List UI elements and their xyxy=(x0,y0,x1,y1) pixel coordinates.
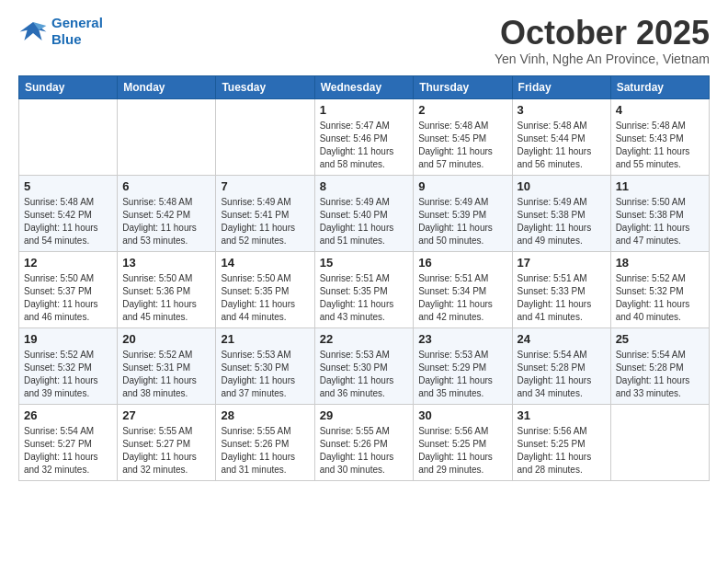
header-row: SundayMondayTuesdayWednesdayThursdayFrid… xyxy=(19,75,710,98)
day-number: 31 xyxy=(518,408,606,422)
calendar-cell: 22Sunrise: 5:53 AM Sunset: 5:30 PM Dayli… xyxy=(314,327,414,404)
calendar-cell: 20Sunrise: 5:52 AM Sunset: 5:31 PM Dayli… xyxy=(118,327,216,404)
day-info: Sunrise: 5:56 AM Sunset: 5:25 PM Dayligh… xyxy=(418,425,506,477)
calendar-cell: 2Sunrise: 5:48 AM Sunset: 5:45 PM Daylig… xyxy=(414,98,512,175)
calendar-cell: 23Sunrise: 5:53 AM Sunset: 5:29 PM Dayli… xyxy=(414,327,512,404)
calendar-cell: 15Sunrise: 5:51 AM Sunset: 5:35 PM Dayli… xyxy=(314,251,414,327)
calendar-cell: 8Sunrise: 5:49 AM Sunset: 5:40 PM Daylig… xyxy=(314,175,414,251)
calendar-cell: 3Sunrise: 5:48 AM Sunset: 5:44 PM Daylig… xyxy=(512,98,610,175)
day-number: 22 xyxy=(320,332,409,346)
calendar-cell: 7Sunrise: 5:49 AM Sunset: 5:41 PM Daylig… xyxy=(216,175,314,251)
day-info: Sunrise: 5:49 AM Sunset: 5:40 PM Dayligh… xyxy=(320,196,409,247)
day-number: 23 xyxy=(418,332,506,346)
day-info: Sunrise: 5:54 AM Sunset: 5:28 PM Dayligh… xyxy=(616,349,704,400)
calendar-cell: 14Sunrise: 5:50 AM Sunset: 5:35 PM Dayli… xyxy=(216,251,314,327)
calendar-cell: 31Sunrise: 5:56 AM Sunset: 5:25 PM Dayli… xyxy=(512,404,610,480)
day-info: Sunrise: 5:47 AM Sunset: 5:46 PM Dayligh… xyxy=(320,120,409,171)
calendar-cell: 29Sunrise: 5:55 AM Sunset: 5:26 PM Dayli… xyxy=(314,404,414,480)
week-row-1: 1Sunrise: 5:47 AM Sunset: 5:46 PM Daylig… xyxy=(19,98,710,175)
day-number: 15 xyxy=(320,256,409,270)
day-number: 11 xyxy=(616,179,704,193)
week-row-2: 5Sunrise: 5:48 AM Sunset: 5:42 PM Daylig… xyxy=(19,175,710,251)
calendar-cell: 24Sunrise: 5:54 AM Sunset: 5:28 PM Dayli… xyxy=(512,327,610,404)
day-info: Sunrise: 5:50 AM Sunset: 5:38 PM Dayligh… xyxy=(616,196,704,247)
day-info: Sunrise: 5:50 AM Sunset: 5:35 PM Dayligh… xyxy=(221,272,309,324)
calendar-cell: 5Sunrise: 5:48 AM Sunset: 5:42 PM Daylig… xyxy=(19,175,118,251)
week-row-3: 12Sunrise: 5:50 AM Sunset: 5:37 PM Dayli… xyxy=(19,251,710,327)
day-number: 24 xyxy=(518,332,606,346)
logo-text: General Blue xyxy=(51,15,103,48)
day-info: Sunrise: 5:54 AM Sunset: 5:28 PM Dayligh… xyxy=(518,349,606,400)
day-info: Sunrise: 5:48 AM Sunset: 5:44 PM Dayligh… xyxy=(518,120,606,171)
calendar-cell: 19Sunrise: 5:52 AM Sunset: 5:32 PM Dayli… xyxy=(19,327,118,404)
day-number: 13 xyxy=(122,256,210,270)
header-monday: Monday xyxy=(118,75,216,98)
day-info: Sunrise: 5:56 AM Sunset: 5:25 PM Dayligh… xyxy=(518,425,606,477)
calendar-cell: 27Sunrise: 5:55 AM Sunset: 5:27 PM Dayli… xyxy=(118,404,216,480)
week-row-4: 19Sunrise: 5:52 AM Sunset: 5:32 PM Dayli… xyxy=(19,327,710,404)
subtitle: Yen Vinh, Nghe An Province, Vietnam xyxy=(495,52,710,66)
header-thursday: Thursday xyxy=(414,75,512,98)
day-number: 19 xyxy=(24,332,112,346)
header-sunday: Sunday xyxy=(19,75,118,98)
calendar-cell: 25Sunrise: 5:54 AM Sunset: 5:28 PM Dayli… xyxy=(610,327,709,404)
day-number: 17 xyxy=(518,256,606,270)
header-friday: Friday xyxy=(512,75,610,98)
day-number: 14 xyxy=(221,256,309,270)
calendar-cell xyxy=(216,98,314,175)
calendar-cell xyxy=(610,404,709,480)
month-title: October 2025 xyxy=(495,15,710,52)
day-info: Sunrise: 5:48 AM Sunset: 5:45 PM Dayligh… xyxy=(418,120,506,171)
day-number: 7 xyxy=(221,179,309,193)
calendar-cell xyxy=(19,98,118,175)
calendar-cell: 26Sunrise: 5:54 AM Sunset: 5:27 PM Dayli… xyxy=(19,404,118,480)
day-number: 2 xyxy=(418,103,506,117)
day-info: Sunrise: 5:55 AM Sunset: 5:27 PM Dayligh… xyxy=(122,425,210,477)
day-number: 9 xyxy=(418,179,506,193)
week-row-5: 26Sunrise: 5:54 AM Sunset: 5:27 PM Dayli… xyxy=(19,404,710,480)
day-number: 10 xyxy=(518,179,606,193)
day-info: Sunrise: 5:53 AM Sunset: 5:29 PM Dayligh… xyxy=(418,349,506,400)
day-info: Sunrise: 5:50 AM Sunset: 5:37 PM Dayligh… xyxy=(24,272,112,324)
day-info: Sunrise: 5:55 AM Sunset: 5:26 PM Dayligh… xyxy=(320,425,409,477)
day-number: 21 xyxy=(221,332,309,346)
day-info: Sunrise: 5:49 AM Sunset: 5:38 PM Dayligh… xyxy=(518,196,606,247)
day-number: 3 xyxy=(518,103,606,117)
calendar-cell: 16Sunrise: 5:51 AM Sunset: 5:34 PM Dayli… xyxy=(414,251,512,327)
day-number: 30 xyxy=(418,408,506,422)
day-info: Sunrise: 5:49 AM Sunset: 5:41 PM Dayligh… xyxy=(221,196,309,247)
day-number: 12 xyxy=(24,256,112,270)
calendar-cell: 21Sunrise: 5:53 AM Sunset: 5:30 PM Dayli… xyxy=(216,327,314,404)
day-number: 16 xyxy=(418,256,506,270)
header-wednesday: Wednesday xyxy=(314,75,414,98)
day-info: Sunrise: 5:53 AM Sunset: 5:30 PM Dayligh… xyxy=(320,349,409,400)
day-info: Sunrise: 5:49 AM Sunset: 5:39 PM Dayligh… xyxy=(418,196,506,247)
calendar-cell: 30Sunrise: 5:56 AM Sunset: 5:25 PM Dayli… xyxy=(414,404,512,480)
day-info: Sunrise: 5:51 AM Sunset: 5:35 PM Dayligh… xyxy=(320,272,409,324)
day-number: 6 xyxy=(122,179,210,193)
day-info: Sunrise: 5:52 AM Sunset: 5:32 PM Dayligh… xyxy=(616,272,704,324)
day-info: Sunrise: 5:54 AM Sunset: 5:27 PM Dayligh… xyxy=(24,425,112,477)
day-info: Sunrise: 5:48 AM Sunset: 5:42 PM Dayligh… xyxy=(24,196,112,247)
header-tuesday: Tuesday xyxy=(216,75,314,98)
day-number: 26 xyxy=(24,408,112,422)
calendar-cell: 10Sunrise: 5:49 AM Sunset: 5:38 PM Dayli… xyxy=(512,175,610,251)
day-info: Sunrise: 5:48 AM Sunset: 5:43 PM Dayligh… xyxy=(616,120,704,171)
logo: General Blue xyxy=(18,15,103,48)
day-info: Sunrise: 5:52 AM Sunset: 5:32 PM Dayligh… xyxy=(24,349,112,400)
day-number: 29 xyxy=(320,408,409,422)
day-info: Sunrise: 5:55 AM Sunset: 5:26 PM Dayligh… xyxy=(221,425,309,477)
day-number: 18 xyxy=(616,256,704,270)
day-number: 5 xyxy=(24,179,112,193)
day-number: 4 xyxy=(616,103,704,117)
day-info: Sunrise: 5:53 AM Sunset: 5:30 PM Dayligh… xyxy=(221,349,309,400)
day-number: 27 xyxy=(122,408,210,422)
calendar-cell: 17Sunrise: 5:51 AM Sunset: 5:33 PM Dayli… xyxy=(512,251,610,327)
logo-icon xyxy=(18,18,48,44)
day-number: 20 xyxy=(122,332,210,346)
day-info: Sunrise: 5:52 AM Sunset: 5:31 PM Dayligh… xyxy=(122,349,210,400)
header-saturday: Saturday xyxy=(610,75,709,98)
title-area: October 2025 Yen Vinh, Nghe An Province,… xyxy=(495,15,710,66)
calendar-cell: 6Sunrise: 5:48 AM Sunset: 5:42 PM Daylig… xyxy=(118,175,216,251)
page-header: General Blue October 2025 Yen Vinh, Nghe… xyxy=(18,15,710,66)
